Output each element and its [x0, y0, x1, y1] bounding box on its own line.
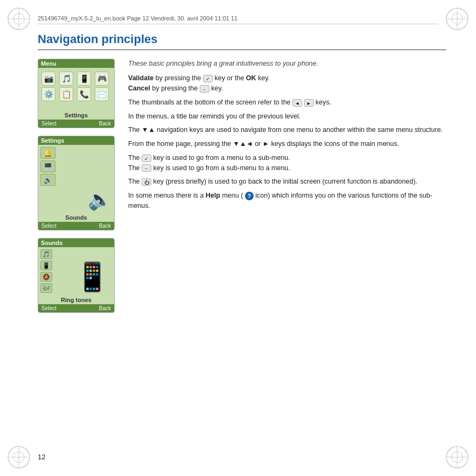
sounds-icon-4: 🎶: [40, 283, 52, 293]
left-column: Menu 📷 🎵 📱 🎮 ⚙️ 📋 📞 ✉️ Settings: [38, 59, 118, 313]
settings-item-1: 🔔: [40, 147, 112, 159]
go-sub-key: ✓: [142, 155, 151, 162]
corner-decoration-tl: [5, 5, 32, 32]
screen-menu-icons: 📷 🎵 📱 🎮 ⚙️ 📋 📞 ✉️: [40, 69, 112, 103]
cancel-label: Cancel: [128, 85, 150, 92]
screen-sounds: Sounds 🎵 📳 🔕 🎶 📱 Ring tones Select Back: [38, 238, 115, 313]
screen-settings-select: Select: [41, 223, 57, 229]
screen-settings-label: Sounds: [38, 213, 114, 222]
validate-key-icon: ✓: [203, 75, 213, 82]
para-validate: Validate by pressing the ✓ key or the OK…: [128, 73, 446, 94]
screen-sounds-bottom: Select Back: [38, 304, 114, 312]
screen-settings: Settings 🔔 🖥️ 🔊 🔈 Sound: [38, 136, 115, 230]
settings-icon-1: 🔔: [40, 147, 55, 159]
help-word: Help: [206, 192, 220, 199]
menu-icon-4: 🎮: [95, 72, 109, 86]
go-back-key: ←: [142, 164, 151, 172]
settings-icon-2: 🖥️: [40, 160, 55, 172]
screen-menu: Menu 📷 🎵 📱 🎮 ⚙️ 📋 📞 ✉️ Settings: [38, 59, 115, 128]
screen-sounds-select: Select: [41, 305, 57, 311]
corner-decoration-bl: [5, 444, 32, 471]
sounds-icon-2: 📳: [40, 261, 52, 270]
main-content: Navigation principles Menu 📷 🎵 📱 🎮 ⚙️ 📋 …: [38, 32, 446, 444]
help-icon: ?: [245, 192, 254, 200]
para-help: In some menus there is a Help menu ( ? i…: [128, 191, 446, 211]
para-navkeys: The ▼▲ navigation keys are used to navig…: [128, 125, 446, 135]
big-speaker-icon: 🔈: [88, 188, 112, 211]
page-number: 12: [38, 453, 45, 461]
two-column-layout: Menu 📷 🎵 📱 🎮 ⚙️ 📋 📞 ✉️ Settings: [38, 59, 446, 313]
para-thumbnails: The thumbnails at the bottom of the scre…: [128, 97, 446, 108]
nav-keys-symbol: ▼▲: [142, 126, 155, 134]
menu-icon-6: 📋: [59, 87, 73, 101]
screen-settings-body: 🔔 🖥️ 🔊 🔈: [38, 145, 114, 213]
screen-menu-title: Menu: [38, 59, 114, 68]
para-submenu: The ✓ key is used to go from a menu to a…: [128, 153, 446, 173]
screen-sounds-body: 🎵 📳 🔕 🎶 📱: [38, 247, 114, 296]
screen-sounds-label: Ring tones: [38, 296, 114, 304]
menu-icon-1: 📷: [41, 72, 55, 86]
header-bar: 251496749_myX-5-2_lu_en.book Page 12 Ven…: [38, 15, 438, 24]
page-title: Navigation principles: [38, 32, 446, 50]
right-key-symbol: ►: [263, 140, 269, 148]
screen-menu-bottom: Select Back: [38, 120, 114, 128]
cancel-key-icon: ←: [200, 85, 209, 93]
screen-settings-back: Back: [99, 223, 111, 229]
ok-label: OK: [246, 74, 256, 82]
menu-icon-2: 🎵: [59, 72, 73, 86]
phone-big-icon: 📱: [75, 261, 110, 293]
menu-icon-8: ✉️: [95, 87, 109, 101]
menu-icon-3: 📱: [77, 72, 91, 86]
screen-menu-label: Settings: [38, 111, 114, 120]
screen-menu-select: Select: [41, 121, 57, 127]
screen-settings-title: Settings: [38, 136, 114, 145]
screen-settings-bottom: Select Back: [38, 222, 114, 230]
para-titlebar: In the menus, a title bar reminds you of…: [128, 111, 446, 122]
home-key: ⏻: [142, 178, 151, 186]
screen-sounds-title: Sounds: [38, 239, 114, 247]
settings-item-3: 🔊: [40, 174, 112, 186]
para-initial: The ⏻ key (press briefly) is used to go …: [128, 177, 446, 187]
settings-item-2: 🖥️: [40, 160, 112, 172]
validate-label: Validate: [128, 74, 153, 82]
intro-text: These basic principles bring a great int…: [128, 59, 446, 69]
menu-icon-5: ⚙️: [41, 87, 55, 101]
header-text: 251496749_myX-5-2_lu_en.book Page 12 Ven…: [38, 15, 237, 22]
thumb-key-left: ◄: [292, 99, 302, 107]
screen-sounds-back: Back: [99, 305, 111, 311]
all-keys-symbol: ▼▲◄: [233, 140, 253, 148]
sounds-icon-1: 🎵: [40, 249, 52, 259]
screen-menu-body: 📷 🎵 📱 🎮 ⚙️ 📋 📞 ✉️: [38, 68, 114, 111]
para-homepage: From the home page, pressing the ▼▲◄ or …: [128, 139, 446, 149]
sounds-icon-list: 🎵 📳 🔕 🎶: [40, 249, 52, 293]
menu-icon-7: 📞: [77, 87, 91, 101]
corner-decoration-tr: [444, 5, 471, 32]
settings-icon-3: 🔊: [40, 174, 55, 186]
corner-decoration-br: [444, 444, 471, 471]
sounds-icon-3: 🔕: [40, 272, 52, 282]
screen-menu-back: Back: [99, 121, 111, 127]
thumb-key-right: ►: [304, 99, 314, 107]
right-column: These basic principles bring a great int…: [128, 59, 446, 313]
